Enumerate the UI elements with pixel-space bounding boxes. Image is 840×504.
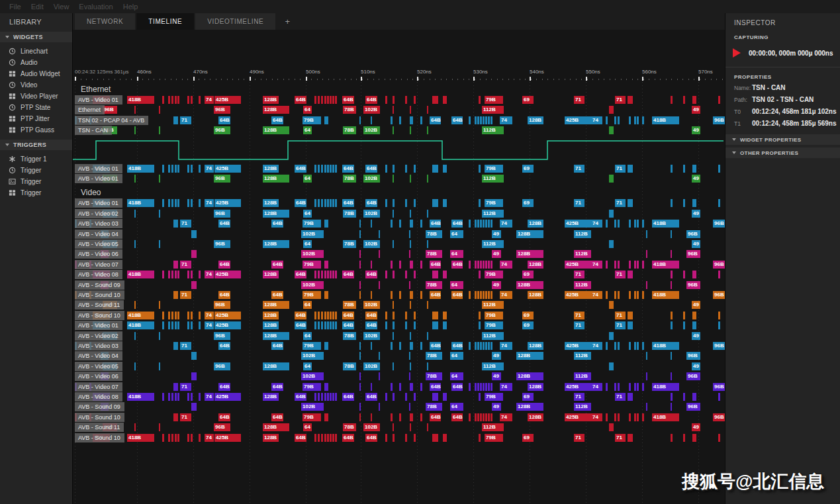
frame-bar[interactable]: 418B <box>652 342 679 350</box>
frame-bar[interactable]: 78B <box>343 240 356 248</box>
frame-bar[interactable] <box>410 291 413 299</box>
frame-bar[interactable] <box>171 312 173 319</box>
frame-bar[interactable]: 128B <box>528 291 543 299</box>
frame-bar[interactable] <box>134 362 136 370</box>
frame-bar[interactable] <box>191 165 193 173</box>
frame-bar[interactable] <box>443 321 447 329</box>
frame-bar[interactable] <box>485 261 487 269</box>
row-label-chip[interactable]: AVB - Sound 10 <box>75 311 124 320</box>
frame-bar[interactable] <box>393 312 395 319</box>
frame-bar[interactable] <box>609 175 614 183</box>
frame-bar[interactable]: 102B <box>363 175 380 183</box>
frame-bar[interactable] <box>614 116 616 124</box>
frame-bar[interactable]: 128B <box>516 372 543 380</box>
timeline-row-avb-sound-09[interactable]: 49102B78B6449128B112B96BAVB - Sound 09 <box>73 403 725 411</box>
frame-bar[interactable] <box>410 342 413 350</box>
frame-bar[interactable] <box>162 165 164 173</box>
frame-bar[interactable]: 418B <box>127 312 154 319</box>
frame-bar[interactable] <box>443 312 447 319</box>
frame-bar[interactable] <box>718 434 720 442</box>
frame-bar[interactable] <box>692 434 696 442</box>
frame-bar[interactable]: 79B <box>303 342 321 350</box>
frame-bar[interactable] <box>173 342 178 350</box>
frame-bar[interactable]: 79B <box>485 271 503 278</box>
row-label-chip[interactable]: AVB - Sound 10 <box>75 433 124 442</box>
frame-bar[interactable] <box>324 342 328 350</box>
frame-bar[interactable] <box>187 199 189 207</box>
frame-bar[interactable] <box>614 342 616 350</box>
frame-bar[interactable] <box>634 413 636 421</box>
frame-bar[interactable]: 69 <box>522 271 534 278</box>
frame-bar[interactable] <box>391 383 393 391</box>
frame-bar[interactable] <box>177 96 179 104</box>
frame-bar[interactable] <box>618 116 620 124</box>
frame-bar[interactable] <box>692 165 696 173</box>
frame-bar[interactable] <box>490 342 492 350</box>
frame-bar[interactable] <box>606 220 608 228</box>
frame-bar[interactable]: 64 <box>303 423 312 431</box>
frame-bar[interactable]: 96B <box>686 352 700 360</box>
frame-bar[interactable] <box>692 271 696 278</box>
frame-bar[interactable] <box>405 312 407 319</box>
frame-bar[interactable]: 49 <box>692 106 700 114</box>
frame-bar[interactable]: 96B <box>214 301 230 309</box>
frame-bar[interactable] <box>477 261 479 269</box>
frame-bar[interactable] <box>618 291 620 299</box>
frame-bar[interactable] <box>332 434 334 442</box>
frame-bar[interactable] <box>609 210 614 218</box>
frame-bar[interactable] <box>414 393 416 401</box>
frame-bar[interactable] <box>614 383 616 391</box>
frame-bar[interactable] <box>162 393 164 401</box>
frame-bar[interactable] <box>199 321 201 329</box>
frame-bar[interactable]: 78B <box>343 210 356 218</box>
frame-bar[interactable]: 64 <box>303 240 312 248</box>
frame-bar[interactable]: 128B <box>528 116 543 124</box>
frame-bar[interactable]: 64B <box>365 271 377 278</box>
frame-bar[interactable]: 71 <box>574 434 584 442</box>
frame-bar[interactable] <box>175 393 177 401</box>
frame-bar[interactable]: 71 <box>615 434 626 442</box>
frame-bar[interactable]: 102B <box>301 230 324 238</box>
frame-bar[interactable]: 418B <box>652 291 679 299</box>
frame-bar[interactable] <box>393 175 394 183</box>
frame-bar[interactable] <box>391 342 393 350</box>
frame-bar[interactable] <box>410 332 411 340</box>
row-label-chip[interactable]: AVB - Video 01 <box>75 174 122 183</box>
frame-bar[interactable]: 71 <box>574 96 584 104</box>
frame-bar[interactable] <box>191 321 193 329</box>
sidebar-item-video[interactable]: Video <box>0 79 72 91</box>
frame-bar[interactable] <box>162 321 164 329</box>
frame-bar[interactable]: 128B <box>528 383 543 391</box>
row-label-chip[interactable]: AVB - Video 02 <box>75 331 122 341</box>
frame-bar[interactable]: 112B <box>482 332 504 340</box>
frame-bar[interactable] <box>475 291 477 299</box>
frame-bar[interactable] <box>330 96 332 104</box>
frame-bar[interactable] <box>420 261 422 269</box>
frame-bar[interactable] <box>410 423 411 431</box>
frame-bar[interactable] <box>168 199 170 207</box>
frame-bar[interactable] <box>359 403 361 411</box>
frame-bar[interactable] <box>628 96 633 104</box>
frame-bar[interactable] <box>330 321 332 329</box>
frame-bar[interactable]: 74 <box>500 291 512 299</box>
frame-bar[interactable]: 71 <box>615 96 626 104</box>
frame-bar[interactable]: 49 <box>492 230 501 238</box>
frame-bar[interactable] <box>335 393 337 401</box>
frame-bar[interactable]: 112B <box>482 126 504 134</box>
frame-bar[interactable] <box>409 403 410 411</box>
frame-bar[interactable] <box>427 106 428 114</box>
frame-bar[interactable]: 74 <box>591 413 602 421</box>
frame-bar[interactable] <box>314 312 316 319</box>
frame-bar[interactable] <box>606 383 608 391</box>
section-header-other-properties[interactable]: OTHER PROPERTIES <box>725 147 840 158</box>
frame-bar[interactable]: 425B <box>214 165 241 173</box>
frame-bar[interactable] <box>480 413 482 421</box>
frame-bar[interactable] <box>187 393 189 401</box>
frame-bar[interactable] <box>405 165 407 173</box>
timeline-row-avb-video-01[interactable]: 96B418B74425B128B64B64B64B79B697171AVB -… <box>73 199 725 208</box>
frame-bar[interactable] <box>379 230 380 238</box>
frame-bar[interactable] <box>628 199 633 207</box>
frame-bar[interactable] <box>427 301 428 309</box>
frame-bar[interactable]: 71 <box>180 291 191 299</box>
frame-bar[interactable]: 64B <box>430 116 441 124</box>
